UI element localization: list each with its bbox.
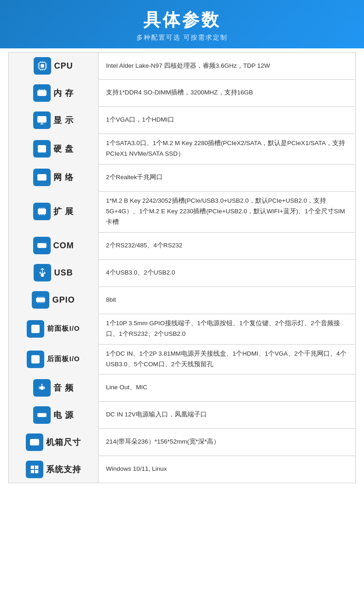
svg-rect-50 (36, 298, 45, 302)
storage-icon (33, 140, 51, 158)
svg-rect-49 (45, 273, 46, 274)
svg-point-70 (41, 414, 43, 416)
spec-name-cpu: CPU (54, 61, 73, 71)
page-title: 具体参数 (9, 8, 355, 32)
spec-name-usb: USB (54, 268, 73, 278)
spec-value-gpio: 8bit (99, 287, 355, 314)
spec-row-cpu: CPUIntel Alder Lake-N97 四核处理器，睿频3.6GHz，T… (8, 52, 356, 80)
spec-label-audio: 音 频 (9, 374, 99, 401)
spec-row-front-panel: 前面板I/O1个10P 3.5mm GPIO接线端子、1个电源按钮、1个复位键、… (8, 314, 356, 345)
spec-value-expansion: 1*M.2 B Key 2242/3052插槽(PCIe/USB3.0+USB2… (99, 191, 355, 232)
spec-row-gpio: GPIO8bit (8, 287, 356, 314)
svg-rect-66 (33, 357, 38, 362)
spec-value-audio: Line Out、MIC (99, 374, 355, 401)
spec-name-audio: 音 频 (53, 382, 74, 393)
spec-name-gpio: GPIO (52, 295, 75, 305)
svg-point-43 (42, 245, 43, 246)
spec-label-gpio: GPIO (9, 287, 99, 314)
spec-label-rear-panel: 后面板I/O (9, 344, 99, 375)
spec-label-cpu: CPU (9, 53, 99, 79)
svg-point-47 (40, 273, 41, 274)
spec-name-network: 网 络 (53, 172, 74, 183)
spec-name-os: 系统支持 (46, 464, 81, 475)
spec-row-display: 显 示1个VGA口，1个HDMI口 (8, 106, 356, 134)
cpu-icon (34, 57, 51, 75)
spec-label-usb: USB (9, 259, 99, 287)
spec-value-rear-panel: 1个DC IN、1个2P 3.81MM电源开关接线盒、1个HDMI、1个VGA、… (99, 344, 355, 375)
spec-row-com: COM2个RS232/485、4个RS232 (8, 232, 356, 260)
svg-rect-14 (38, 90, 46, 95)
spec-label-memory: 内 存 (9, 79, 99, 106)
svg-point-42 (41, 245, 41, 246)
svg-rect-71 (30, 439, 39, 445)
svg-rect-23 (38, 116, 46, 122)
spec-label-storage: 硬 盘 (9, 134, 99, 164)
spec-value-usb: 4个USB3.0、2个USB2.0 (99, 259, 355, 287)
network-icon (33, 169, 51, 186)
power-icon (33, 406, 51, 424)
svg-rect-33 (38, 209, 46, 214)
expansion-icon (33, 203, 51, 220)
memory-icon (33, 84, 51, 102)
spec-value-network: 2个Realtek千兆网口 (99, 164, 355, 191)
svg-point-45 (41, 274, 44, 277)
spec-name-display: 显 示 (53, 115, 74, 126)
svg-rect-64 (33, 326, 38, 331)
spec-label-front-panel: 前面板I/O (9, 314, 99, 344)
spec-name-front-panel: 前面板I/O (47, 324, 80, 333)
spec-label-network: 网 络 (9, 164, 99, 191)
spec-row-os: 系统支持Windows 10/11, Linux (8, 456, 356, 483)
spec-name-power: 电 源 (53, 410, 74, 421)
os-icon (26, 461, 43, 478)
spec-name-rear-panel: 后面板I/O (47, 355, 80, 363)
spec-value-memory: 支持1*DDR4 SO-DIMM插槽，3200MHZ，支持16GB (99, 79, 355, 106)
spec-label-power: 电 源 (9, 401, 99, 428)
spec-row-network: 网 络2个Realtek千兆网口 (8, 164, 356, 192)
spec-value-display: 1个VGA口，1个HDMI口 (99, 106, 355, 134)
audio-icon (33, 379, 51, 397)
spec-row-audio: 音 频Line Out、MIC (8, 374, 356, 402)
spec-value-power: DC IN 12V电源输入口，凤凰端子口 (99, 401, 355, 428)
spec-row-usb: USB4个USB3.0、2个USB2.0 (8, 259, 356, 287)
chassis-icon (26, 433, 43, 451)
spec-label-display: 显 示 (9, 106, 99, 134)
rear-panel-icon (27, 351, 44, 368)
spec-name-expansion: 扩 展 (53, 206, 74, 217)
spec-label-os: 系统支持 (9, 456, 99, 483)
spec-value-com: 2个RS232/485、4个RS232 (99, 232, 355, 259)
svg-rect-1 (41, 64, 44, 67)
page-header: 具体参数 多种配置可选 可按需求定制 (0, 0, 364, 48)
spec-label-expansion: 扩 展 (9, 191, 99, 232)
usb-icon (34, 264, 51, 281)
spec-label-chassis: 机箱尺寸 (9, 428, 99, 456)
svg-point-68 (41, 384, 43, 385)
spec-name-storage: 硬 盘 (53, 143, 74, 154)
spec-label-com: COM (9, 232, 99, 259)
spec-value-cpu: Intel Alder Lake-N97 四核处理器，睿频3.6GHz，TDP … (99, 53, 355, 79)
spec-row-storage: 硬 盘1个SATA3.0口、1个M.2 M Key 2280插槽(PCIeX2/… (8, 134, 356, 164)
spec-name-chassis: 机箱尺寸 (46, 437, 81, 448)
com-icon (33, 237, 51, 254)
spec-row-chassis: 机箱尺寸214(带耳朵236）*156*52mm(宽*深*高） (8, 428, 356, 456)
spec-name-memory: 内 存 (53, 88, 74, 99)
front-panel-icon (27, 320, 44, 338)
spec-value-front-panel: 1个10P 3.5mm GPIO接线端子、1个电源按钮、1个复位键、2个指示灯、… (99, 314, 355, 344)
svg-point-41 (39, 245, 40, 246)
spec-row-expansion: 扩 展1*M.2 B Key 2242/3052插槽(PCIe/USB3.0+U… (8, 191, 356, 233)
specs-container: CPUIntel Alder Lake-N97 四核处理器，睿频3.6GHz，T… (0, 48, 364, 490)
spec-row-rear-panel: 后面板I/O1个DC IN、1个2P 3.81MM电源开关接线盒、1个HDMI、… (8, 344, 356, 375)
spec-value-os: Windows 10/11, Linux (99, 456, 355, 483)
svg-point-44 (44, 245, 45, 246)
spec-value-chassis: 214(带耳朵236）*156*52mm(宽*深*高） (99, 428, 355, 456)
spec-row-power: 电 源DC IN 12V电源输入口，凤凰端子口 (8, 401, 356, 429)
spec-row-memory: 内 存支持1*DDR4 SO-DIMM插槽，3200MHZ，支持16GB (8, 79, 356, 107)
page-subtitle: 多种配置可选 可按需求定制 (9, 34, 355, 42)
svg-point-27 (43, 150, 45, 152)
gpio-icon (32, 291, 49, 309)
spec-value-storage: 1个SATA3.0口、1个M.2 M Key 2280插槽(PCIeX2/SAT… (99, 134, 355, 164)
display-icon (33, 111, 51, 129)
spec-name-com: COM (53, 241, 74, 251)
